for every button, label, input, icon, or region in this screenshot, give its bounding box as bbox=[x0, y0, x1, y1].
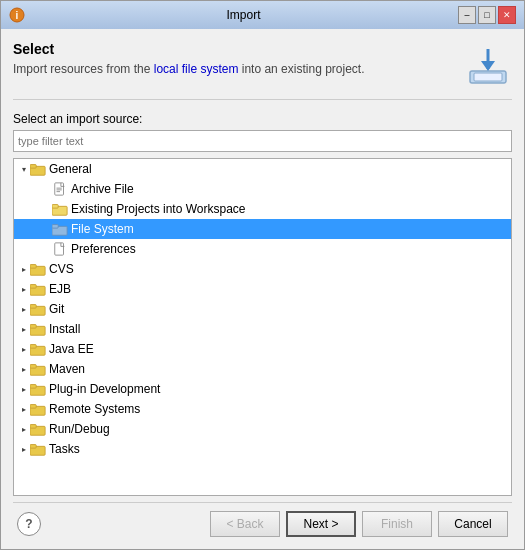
header-title: Select bbox=[13, 41, 456, 57]
svg-rect-22 bbox=[30, 305, 36, 309]
tree-item-run-debug[interactable]: Run/Debug bbox=[14, 419, 511, 439]
tree-item-git[interactable]: Git bbox=[14, 299, 511, 319]
folder-icon-install bbox=[30, 323, 46, 335]
file-icon-preferences bbox=[52, 243, 68, 255]
svg-rect-13 bbox=[52, 205, 58, 209]
tree-item-general[interactable]: General bbox=[14, 159, 511, 179]
tree-label-existing-projects: Existing Projects into Workspace bbox=[71, 202, 246, 216]
cancel-button[interactable]: Cancel bbox=[438, 511, 508, 537]
window-controls: – □ ✕ bbox=[458, 6, 516, 24]
expand-arrow-tasks[interactable] bbox=[18, 443, 30, 455]
highlight-local: local file system bbox=[154, 62, 239, 76]
import-icon bbox=[464, 41, 512, 89]
expand-arrow-ejb[interactable] bbox=[18, 283, 30, 295]
tree-label-archive-file: Archive File bbox=[71, 182, 134, 196]
back-button[interactable]: < Back bbox=[210, 511, 280, 537]
import-source-tree[interactable]: General Archive File bbox=[13, 158, 512, 496]
close-button[interactable]: ✕ bbox=[498, 6, 516, 24]
header-text: Select Import resources from the local f… bbox=[13, 41, 456, 78]
tree-item-archive-file[interactable]: Archive File bbox=[14, 179, 511, 199]
svg-rect-15 bbox=[52, 225, 58, 229]
tree-item-preferences[interactable]: Preferences bbox=[14, 239, 511, 259]
svg-rect-7 bbox=[30, 165, 36, 169]
tree-item-cvs[interactable]: CVS bbox=[14, 259, 511, 279]
minimize-button[interactable]: – bbox=[458, 6, 476, 24]
tree-item-file-system[interactable]: File System bbox=[14, 219, 511, 239]
tree-label-install: Install bbox=[49, 322, 80, 336]
svg-rect-20 bbox=[30, 285, 36, 289]
expand-arrow-java-ee[interactable] bbox=[18, 343, 30, 355]
tree-label-git: Git bbox=[49, 302, 64, 316]
svg-rect-32 bbox=[30, 405, 36, 409]
expand-arrow-preferences bbox=[40, 243, 52, 255]
tree-label-java-ee: Java EE bbox=[49, 342, 94, 356]
tree-label-general: General bbox=[49, 162, 92, 176]
tree-item-ejb[interactable]: EJB bbox=[14, 279, 511, 299]
tree-label-remote-systems: Remote Systems bbox=[49, 402, 140, 416]
tree-label-tasks: Tasks bbox=[49, 442, 80, 456]
folder-icon-git bbox=[30, 303, 46, 315]
finish-button[interactable]: Finish bbox=[362, 511, 432, 537]
tree-label-file-system: File System bbox=[71, 222, 134, 236]
tree-label-plugin-dev: Plug-in Development bbox=[49, 382, 160, 396]
title-bar: i Import – □ ✕ bbox=[1, 1, 524, 29]
header-description: Import resources from the local file sys… bbox=[13, 61, 456, 78]
help-button[interactable]: ? bbox=[17, 512, 41, 536]
folder-icon-cvs bbox=[30, 263, 46, 275]
tree-item-java-ee[interactable]: Java EE bbox=[14, 339, 511, 359]
expand-arrow-plugin-dev[interactable] bbox=[18, 383, 30, 395]
svg-rect-28 bbox=[30, 365, 36, 369]
maximize-button[interactable]: □ bbox=[478, 6, 496, 24]
folder-icon-ejb bbox=[30, 283, 46, 295]
import-dialog: i Import – □ ✕ Select Import resources f… bbox=[0, 0, 525, 550]
expand-arrow-remote-systems[interactable] bbox=[18, 403, 30, 415]
folder-icon-run-debug bbox=[30, 423, 46, 435]
filter-label: Select an import source: bbox=[13, 112, 512, 126]
svg-text:i: i bbox=[16, 10, 19, 21]
tree-item-maven[interactable]: Maven bbox=[14, 359, 511, 379]
svg-rect-30 bbox=[30, 385, 36, 389]
tree-item-existing-projects[interactable]: Existing Projects into Workspace bbox=[14, 199, 511, 219]
tree-item-install[interactable]: Install bbox=[14, 319, 511, 339]
folder-icon-existing bbox=[52, 203, 68, 215]
folder-icon-maven bbox=[30, 363, 46, 375]
svg-rect-24 bbox=[30, 325, 36, 329]
folder-icon-java-ee bbox=[30, 343, 46, 355]
dialog-content: Select Import resources from the local f… bbox=[1, 29, 524, 549]
svg-rect-26 bbox=[30, 345, 36, 349]
tree-item-tasks[interactable]: Tasks bbox=[14, 439, 511, 459]
folder-icon-remote-systems bbox=[30, 403, 46, 415]
tree-label-ejb: EJB bbox=[49, 282, 71, 296]
tree-label-maven: Maven bbox=[49, 362, 85, 376]
expand-arrow-run-debug[interactable] bbox=[18, 423, 30, 435]
app-icon: i bbox=[9, 7, 25, 23]
svg-rect-34 bbox=[30, 425, 36, 429]
window-title: Import bbox=[31, 8, 456, 22]
svg-rect-36 bbox=[30, 445, 36, 449]
expand-arrow-general[interactable] bbox=[18, 163, 30, 175]
expand-arrow-maven[interactable] bbox=[18, 363, 30, 375]
svg-rect-3 bbox=[474, 73, 502, 81]
expand-arrow-install[interactable] bbox=[18, 323, 30, 335]
folder-icon-general bbox=[30, 163, 46, 175]
svg-marker-5 bbox=[481, 61, 495, 71]
header-section: Select Import resources from the local f… bbox=[13, 41, 512, 100]
svg-rect-16 bbox=[55, 243, 64, 255]
folder-icon-tasks bbox=[30, 443, 46, 455]
dialog-footer: ? < Back Next > Finish Cancel bbox=[13, 502, 512, 541]
svg-rect-8 bbox=[55, 183, 64, 195]
expand-arrow-archive bbox=[40, 183, 52, 195]
filter-input[interactable] bbox=[13, 130, 512, 152]
next-button[interactable]: Next > bbox=[286, 511, 356, 537]
expand-arrow-filesystem bbox=[40, 223, 52, 235]
expand-arrow-git[interactable] bbox=[18, 303, 30, 315]
tree-item-plugin-dev[interactable]: Plug-in Development bbox=[14, 379, 511, 399]
tree-label-preferences: Preferences bbox=[71, 242, 136, 256]
expand-arrow-cvs[interactable] bbox=[18, 263, 30, 275]
folder-icon-filesystem bbox=[52, 223, 68, 235]
expand-arrow-existing bbox=[40, 203, 52, 215]
svg-rect-18 bbox=[30, 265, 36, 269]
tree-item-remote-systems[interactable]: Remote Systems bbox=[14, 399, 511, 419]
footer-buttons: < Back Next > Finish Cancel bbox=[210, 511, 508, 537]
tree-label-run-debug: Run/Debug bbox=[49, 422, 110, 436]
